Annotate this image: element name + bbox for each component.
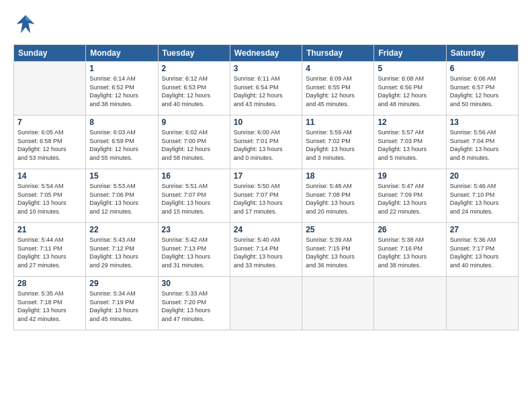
day-number: 21 bbox=[17, 225, 82, 234]
day-number: 13 bbox=[450, 118, 515, 127]
day-info: Sunrise: 6:14 AM Sunset: 6:52 PM Dayligh… bbox=[89, 75, 154, 108]
day-info: Sunrise: 5:34 AM Sunset: 7:19 PM Dayligh… bbox=[89, 289, 154, 323]
calendar-cell: 24Sunrise: 5:40 AM Sunset: 7:14 PM Dayli… bbox=[230, 223, 302, 277]
day-info: Sunrise: 5:48 AM Sunset: 7:08 PM Dayligh… bbox=[306, 182, 370, 216]
day-info: Sunrise: 5:43 AM Sunset: 7:12 PM Dayligh… bbox=[89, 236, 154, 269]
calendar-cell: 19Sunrise: 5:47 AM Sunset: 7:09 PM Dayli… bbox=[374, 169, 446, 223]
day-info: Sunrise: 5:59 AM Sunset: 7:02 PM Dayligh… bbox=[306, 128, 370, 162]
weekday-header-saturday: Saturday bbox=[446, 45, 518, 62]
calendar-cell: 15Sunrise: 5:53 AM Sunset: 7:06 PM Dayli… bbox=[86, 169, 158, 223]
day-info: Sunrise: 5:46 AM Sunset: 7:10 PM Dayligh… bbox=[450, 182, 515, 216]
calendar-cell: 26Sunrise: 5:38 AM Sunset: 7:16 PM Dayli… bbox=[374, 223, 446, 277]
day-info: Sunrise: 5:47 AM Sunset: 7:09 PM Dayligh… bbox=[378, 182, 442, 216]
calendar-cell: 28Sunrise: 5:35 AM Sunset: 7:18 PM Dayli… bbox=[14, 277, 86, 330]
calendar-cell: 5Sunrise: 6:08 AM Sunset: 6:56 PM Daylig… bbox=[374, 62, 446, 116]
day-info: Sunrise: 6:00 AM Sunset: 7:01 PM Dayligh… bbox=[234, 128, 298, 162]
logo bbox=[13, 12, 39, 36]
day-number: 28 bbox=[17, 279, 82, 288]
calendar-cell: 13Sunrise: 5:56 AM Sunset: 7:04 PM Dayli… bbox=[446, 116, 518, 169]
calendar-page: SundayMondayTuesdayWednesdayThursdayFrid… bbox=[0, 0, 532, 337]
weekday-header-row: SundayMondayTuesdayWednesdayThursdayFrid… bbox=[14, 45, 519, 62]
calendar-cell: 17Sunrise: 5:50 AM Sunset: 7:07 PM Dayli… bbox=[230, 169, 302, 223]
day-number: 6 bbox=[450, 64, 515, 73]
day-info: Sunrise: 5:39 AM Sunset: 7:15 PM Dayligh… bbox=[306, 236, 370, 269]
day-info: Sunrise: 5:54 AM Sunset: 7:05 PM Dayligh… bbox=[17, 182, 82, 216]
day-info: Sunrise: 5:53 AM Sunset: 7:06 PM Dayligh… bbox=[89, 182, 154, 216]
day-number: 2 bbox=[162, 64, 226, 73]
calendar-body: 1Sunrise: 6:14 AM Sunset: 6:52 PM Daylig… bbox=[14, 62, 519, 330]
weekday-header-friday: Friday bbox=[374, 45, 446, 62]
calendar-cell: 14Sunrise: 5:54 AM Sunset: 7:05 PM Dayli… bbox=[14, 169, 86, 223]
day-info: Sunrise: 5:36 AM Sunset: 7:17 PM Dayligh… bbox=[450, 236, 515, 269]
day-number: 8 bbox=[89, 118, 154, 127]
calendar-cell: 3Sunrise: 6:11 AM Sunset: 6:54 PM Daylig… bbox=[230, 62, 302, 116]
calendar-cell: 16Sunrise: 5:51 AM Sunset: 7:07 PM Dayli… bbox=[158, 169, 230, 223]
calendar-header: SundayMondayTuesdayWednesdayThursdayFrid… bbox=[14, 45, 519, 62]
day-info: Sunrise: 6:12 AM Sunset: 6:53 PM Dayligh… bbox=[162, 75, 226, 108]
day-number: 23 bbox=[162, 225, 226, 234]
calendar-cell: 18Sunrise: 5:48 AM Sunset: 7:08 PM Dayli… bbox=[302, 169, 374, 223]
weekday-header-sunday: Sunday bbox=[14, 45, 86, 62]
calendar-cell: 12Sunrise: 5:57 AM Sunset: 7:03 PM Dayli… bbox=[374, 116, 446, 169]
day-number: 5 bbox=[378, 64, 442, 73]
day-number: 20 bbox=[450, 171, 515, 181]
calendar-cell: 8Sunrise: 6:03 AM Sunset: 6:59 PM Daylig… bbox=[86, 116, 158, 169]
day-info: Sunrise: 5:33 AM Sunset: 7:20 PM Dayligh… bbox=[162, 289, 226, 323]
day-number: 24 bbox=[234, 225, 298, 234]
calendar-cell bbox=[374, 277, 446, 330]
day-number: 16 bbox=[162, 171, 226, 181]
weekday-header-tuesday: Tuesday bbox=[158, 45, 230, 62]
day-number: 30 bbox=[162, 279, 226, 288]
day-number: 7 bbox=[17, 118, 82, 127]
weekday-header-wednesday: Wednesday bbox=[230, 45, 302, 62]
day-info: Sunrise: 5:42 AM Sunset: 7:13 PM Dayligh… bbox=[162, 236, 226, 269]
day-number: 12 bbox=[378, 118, 442, 127]
day-number: 9 bbox=[162, 118, 226, 127]
day-number: 29 bbox=[89, 279, 154, 288]
calendar-cell: 6Sunrise: 6:06 AM Sunset: 6:57 PM Daylig… bbox=[446, 62, 518, 116]
week-row-0: 1Sunrise: 6:14 AM Sunset: 6:52 PM Daylig… bbox=[14, 62, 519, 116]
day-info: Sunrise: 5:38 AM Sunset: 7:16 PM Dayligh… bbox=[378, 236, 442, 269]
day-number: 10 bbox=[234, 118, 298, 127]
day-info: Sunrise: 5:50 AM Sunset: 7:07 PM Dayligh… bbox=[234, 182, 298, 216]
calendar-cell: 22Sunrise: 5:43 AM Sunset: 7:12 PM Dayli… bbox=[86, 223, 158, 277]
day-number: 27 bbox=[450, 225, 515, 234]
calendar-cell: 1Sunrise: 6:14 AM Sunset: 6:52 PM Daylig… bbox=[86, 62, 158, 116]
day-number: 15 bbox=[89, 171, 154, 181]
day-info: Sunrise: 6:08 AM Sunset: 6:56 PM Dayligh… bbox=[378, 75, 442, 108]
weekday-header-monday: Monday bbox=[86, 45, 158, 62]
calendar-cell bbox=[302, 277, 374, 330]
calendar-cell: 10Sunrise: 6:00 AM Sunset: 7:01 PM Dayli… bbox=[230, 116, 302, 169]
calendar-cell: 25Sunrise: 5:39 AM Sunset: 7:15 PM Dayli… bbox=[302, 223, 374, 277]
day-number: 19 bbox=[378, 171, 442, 181]
calendar-cell bbox=[230, 277, 302, 330]
day-number: 4 bbox=[306, 64, 370, 73]
day-info: Sunrise: 5:57 AM Sunset: 7:03 PM Dayligh… bbox=[378, 128, 442, 162]
day-number: 1 bbox=[89, 64, 154, 73]
day-info: Sunrise: 6:03 AM Sunset: 6:59 PM Dayligh… bbox=[89, 128, 154, 162]
calendar-cell: 21Sunrise: 5:44 AM Sunset: 7:11 PM Dayli… bbox=[14, 223, 86, 277]
calendar-cell: 23Sunrise: 5:42 AM Sunset: 7:13 PM Dayli… bbox=[158, 223, 230, 277]
week-row-1: 7Sunrise: 6:05 AM Sunset: 6:58 PM Daylig… bbox=[14, 116, 519, 169]
calendar-cell: 27Sunrise: 5:36 AM Sunset: 7:17 PM Dayli… bbox=[446, 223, 518, 277]
calendar-cell bbox=[14, 62, 86, 116]
calendar-cell: 29Sunrise: 5:34 AM Sunset: 7:19 PM Dayli… bbox=[86, 277, 158, 330]
calendar-cell: 11Sunrise: 5:59 AM Sunset: 7:02 PM Dayli… bbox=[302, 116, 374, 169]
day-info: Sunrise: 5:40 AM Sunset: 7:14 PM Dayligh… bbox=[234, 236, 298, 269]
calendar-cell: 30Sunrise: 5:33 AM Sunset: 7:20 PM Dayli… bbox=[158, 277, 230, 330]
day-info: Sunrise: 6:05 AM Sunset: 6:58 PM Dayligh… bbox=[17, 128, 82, 162]
day-info: Sunrise: 5:51 AM Sunset: 7:07 PM Dayligh… bbox=[162, 182, 226, 216]
day-number: 18 bbox=[306, 171, 370, 181]
day-info: Sunrise: 5:56 AM Sunset: 7:04 PM Dayligh… bbox=[450, 128, 515, 162]
calendar-table: SundayMondayTuesdayWednesdayThursdayFrid… bbox=[13, 44, 519, 330]
day-number: 26 bbox=[378, 225, 442, 234]
day-info: Sunrise: 5:44 AM Sunset: 7:11 PM Dayligh… bbox=[17, 236, 82, 269]
day-info: Sunrise: 5:35 AM Sunset: 7:18 PM Dayligh… bbox=[17, 289, 82, 323]
day-number: 17 bbox=[234, 171, 298, 181]
day-number: 25 bbox=[306, 225, 370, 234]
weekday-header-thursday: Thursday bbox=[302, 45, 374, 62]
day-number: 22 bbox=[89, 225, 154, 234]
header bbox=[13, 12, 519, 36]
calendar-cell: 4Sunrise: 6:09 AM Sunset: 6:55 PM Daylig… bbox=[302, 62, 374, 116]
week-row-4: 28Sunrise: 5:35 AM Sunset: 7:18 PM Dayli… bbox=[14, 277, 519, 330]
